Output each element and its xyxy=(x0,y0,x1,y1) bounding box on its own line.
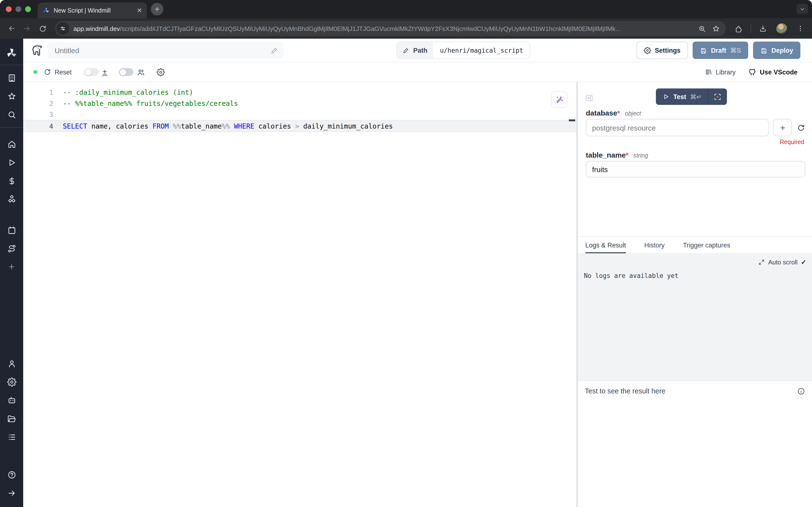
bookmark-star-icon[interactable] xyxy=(712,24,720,33)
path-label: Path xyxy=(413,47,427,54)
diff-toggle[interactable] xyxy=(84,68,99,76)
overview-ruler-cursor-mark xyxy=(569,119,575,121)
panel-bottom: Logs & Result History Trigger captures A… xyxy=(578,236,812,507)
close-window-button[interactable] xyxy=(6,6,12,12)
minimize-window-button[interactable] xyxy=(15,6,21,12)
test-button[interactable]: Test ⌘↵ xyxy=(656,93,707,100)
browser-tab[interactable]: New Script | Windmill ✕ xyxy=(38,2,147,18)
script-name-input[interactable] xyxy=(54,46,271,55)
back-button[interactable] xyxy=(5,22,18,35)
use-vscode-button[interactable]: Use VScode xyxy=(748,68,798,76)
required-asterisk: * xyxy=(617,109,620,117)
draft-button[interactable]: Draft ⌘S xyxy=(693,42,748,59)
code-editor[interactable]: 1 -- :daily_minimum_calories (int) 2 -- … xyxy=(23,82,576,507)
windmill-logo-icon[interactable] xyxy=(5,45,18,61)
editor-settings-button[interactable] xyxy=(157,68,165,76)
library-label: Library xyxy=(715,68,736,76)
ai-assistant-wand-button[interactable] xyxy=(551,91,568,108)
horizontal-resize-handle[interactable] xyxy=(578,236,812,239)
address-bar[interactable]: app.windmill.dev/scripts/add#JTdCJTIyaGF… xyxy=(55,21,726,36)
capture-mode-button[interactable] xyxy=(708,93,727,101)
editor-toolbar-right: Library Use VScode xyxy=(704,68,798,76)
field-name: table_name* xyxy=(586,151,629,159)
reload-button[interactable] xyxy=(36,22,49,35)
multiplayer-toggle[interactable] xyxy=(119,68,133,76)
path-value: u/henri/magical_script xyxy=(433,42,530,58)
sidebar-item-home[interactable] xyxy=(0,135,23,153)
sidebar-item-schedules[interactable] xyxy=(0,221,23,239)
sidebar-item-settings[interactable] xyxy=(0,373,23,391)
new-tab-button[interactable] xyxy=(151,3,163,15)
script-header: Path u/henri/magical_script Settings xyxy=(23,39,812,62)
library-button[interactable]: Library xyxy=(704,68,736,76)
tab-history[interactable]: History xyxy=(644,242,664,253)
code-line-3[interactable]: 3 xyxy=(23,109,576,120)
sidebar-item-favorites[interactable] xyxy=(0,87,23,105)
panel-resize-handle[interactable] xyxy=(576,82,578,507)
play-icon xyxy=(663,93,670,100)
window-controls xyxy=(0,6,38,12)
field-type: object xyxy=(625,110,641,117)
tab-logs-result[interactable]: Logs & Result xyxy=(585,242,626,253)
edit-name-pencil-icon[interactable] xyxy=(271,46,278,54)
code-line-4-active[interactable]: 4 SELECT name, calories FROM %%table_nam… xyxy=(23,120,576,132)
sql-comment: -- %%table_name%% fruits/vegetables/cere… xyxy=(63,99,238,107)
sidebar-item-workspace[interactable] xyxy=(0,69,23,87)
save-icon xyxy=(760,47,767,54)
zoom-page-icon[interactable] xyxy=(698,24,706,33)
downloads-icon[interactable] xyxy=(759,24,767,33)
sidebar-item-resources[interactable] xyxy=(0,190,23,208)
reset-label: Reset xyxy=(55,68,72,76)
line-number: 3 xyxy=(23,110,63,118)
browser-menu-icon[interactable] xyxy=(797,25,804,33)
database-resource-select[interactable]: postgresql resource xyxy=(586,119,769,136)
extensions-icon[interactable] xyxy=(735,24,743,33)
tab-close-icon[interactable]: ✕ xyxy=(137,7,142,14)
url-domain: app.windmill.dev xyxy=(73,25,120,32)
path-label-segment: Path xyxy=(397,42,433,58)
multiplayer-toggle-group xyxy=(119,68,145,76)
add-resource-button[interactable] xyxy=(773,119,792,136)
table-name-field-label: table_name* string xyxy=(586,151,805,159)
header-actions: Settings Draft ⌘S Deploy xyxy=(636,42,800,59)
sidebar-item-workers[interactable] xyxy=(0,391,23,409)
sidebar-item-runs[interactable] xyxy=(0,153,23,172)
site-info-icon[interactable] xyxy=(57,22,69,35)
sidebar-item-help[interactable] xyxy=(0,465,23,484)
table-name-input[interactable] xyxy=(586,161,805,177)
reset-button[interactable]: Reset xyxy=(44,68,72,76)
info-icon[interactable] xyxy=(797,387,805,395)
refresh-resources-icon[interactable] xyxy=(797,123,805,132)
code-line-1[interactable]: 1 -- :daily_minimum_calories (int) xyxy=(23,87,576,98)
sidebar-item-variables[interactable] xyxy=(0,172,23,190)
sidebar-item-folders[interactable] xyxy=(0,409,23,428)
deploy-button[interactable]: Deploy xyxy=(753,42,800,59)
workspace: 1 -- :daily_minimum_calories (int) 2 -- … xyxy=(23,82,812,507)
tab-trigger-captures[interactable]: Trigger captures xyxy=(683,242,730,253)
zoom-window-button[interactable] xyxy=(25,6,31,12)
collapse-panel-icon[interactable] xyxy=(585,94,593,103)
result-placeholder: Test to see the result here xyxy=(585,387,665,395)
sidebar-item-search[interactable] xyxy=(0,105,23,124)
forward-button[interactable] xyxy=(20,22,34,35)
autoscroll-label[interactable]: Auto scroll xyxy=(768,259,798,266)
windmill-favicon-icon xyxy=(43,7,50,14)
profile-avatar[interactable] xyxy=(776,22,788,35)
sidebar-expand-icon[interactable] xyxy=(0,484,23,502)
settings-button[interactable]: Settings xyxy=(636,42,688,59)
line-number: 1 xyxy=(23,88,63,96)
tab-overview-chevron-icon[interactable] xyxy=(797,4,808,14)
line-number: 4 xyxy=(23,122,63,130)
script-name-box[interactable] xyxy=(48,42,283,58)
sidebar-item-routes[interactable] xyxy=(0,239,23,258)
browser-window: New Script | Windmill ✕ app.windmill.dev… xyxy=(0,0,812,507)
browser-tabstrip: New Script | Windmill ✕ xyxy=(0,0,812,18)
path-pill[interactable]: Path u/henri/magical_script xyxy=(396,42,530,59)
sidebar-item-add[interactable] xyxy=(0,258,23,276)
sidebar-item-user[interactable] xyxy=(0,354,23,373)
check-icon: ✓ xyxy=(801,259,806,266)
expand-logs-icon[interactable] xyxy=(759,259,765,265)
database-field-label: database* object xyxy=(586,109,805,117)
code-line-2[interactable]: 2 -- %%table_name%% fruits/vegetables/ce… xyxy=(23,98,576,109)
sidebar-item-audit-logs[interactable] xyxy=(0,428,23,446)
